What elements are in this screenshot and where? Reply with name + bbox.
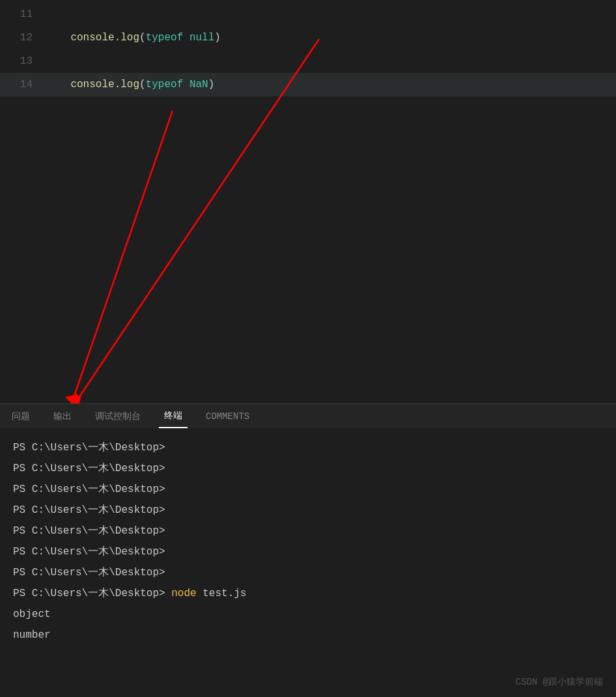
- tab-problems[interactable]: 问题: [7, 404, 35, 428]
- terminal-line-4: PS C:\Users\一木\Desktop>: [13, 500, 603, 521]
- terminal-line-output1: object: [13, 604, 603, 625]
- line-number-14: 14: [0, 73, 46, 96]
- svg-line-0: [72, 111, 173, 403]
- terminal-line-7: PS C:\Users\一木\Desktop>: [13, 562, 603, 583]
- code-line-13: 13: [0, 49, 616, 73]
- line-content-12: console.log(typeof null): [46, 26, 221, 49]
- line-number-12: 12: [0, 26, 46, 49]
- tab-output[interactable]: 输出: [48, 404, 77, 428]
- terminal-line-output2: number: [13, 625, 603, 646]
- tab-terminal[interactable]: 终端: [159, 404, 188, 428]
- code-line-11: 11: [0, 3, 616, 26]
- terminal-line-1: PS C:\Users\一木\Desktop>: [13, 437, 603, 458]
- watermark: CSDN @跟小猿学前端: [516, 676, 603, 688]
- terminal-panel: 问题 输出 调试控制台 终端 COMMENTS PS C:\Users\一木\D…: [0, 403, 616, 697]
- terminal-line-6: PS C:\Users\一木\Desktop>: [13, 541, 603, 562]
- terminal-line-cmd: PS C:\Users\一木\Desktop> node test.js: [13, 583, 603, 604]
- line-content-14: console.log(typeof NaN): [46, 73, 214, 96]
- terminal-line-3: PS C:\Users\一木\Desktop>: [13, 479, 603, 500]
- line-number-13: 13: [0, 49, 46, 73]
- tab-bar: 问题 输出 调试控制台 终端 COMMENTS: [0, 403, 616, 428]
- code-line-14: 14 console.log(typeof NaN): [0, 73, 616, 96]
- code-line-12: 12 console.log(typeof null): [0, 26, 616, 49]
- terminal-line-2: PS C:\Users\一木\Desktop>: [13, 458, 603, 479]
- svg-marker-2: [65, 394, 78, 403]
- line-number-11: 11: [0, 3, 46, 26]
- tab-debug-console[interactable]: 调试控制台: [90, 404, 146, 428]
- terminal-line-5: PS C:\Users\一木\Desktop>: [13, 521, 603, 541]
- svg-marker-3: [68, 395, 81, 403]
- terminal-content: PS C:\Users\一木\Desktop> PS C:\Users\一木\D…: [0, 428, 616, 655]
- editor-area: 11 12 console.log(typeof null) 13 14 con…: [0, 0, 616, 403]
- tab-comments[interactable]: COMMENTS: [201, 404, 255, 428]
